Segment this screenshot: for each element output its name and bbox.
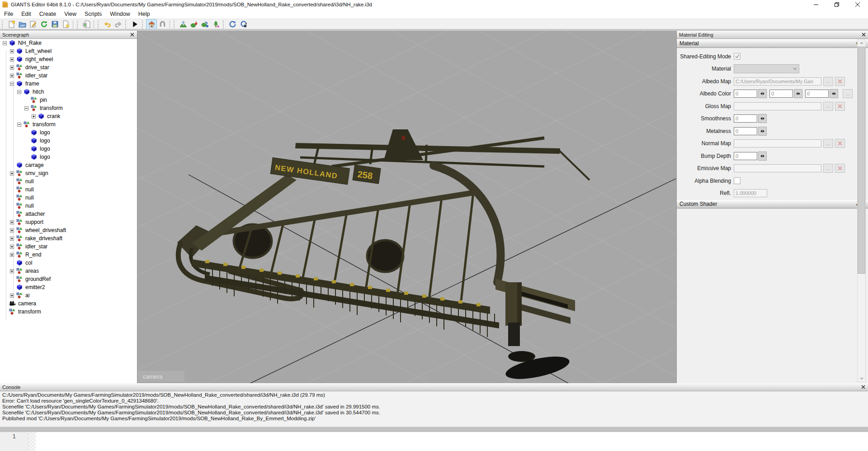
tree-node-transform[interactable]: transform [0,308,137,316]
reload-button[interactable] [39,19,49,29]
tree-node-crank[interactable]: crank [0,112,137,120]
terrain-up-button[interactable] [178,19,188,29]
tree-node-wheel_driveshaft[interactable]: wheel_driveshaft [0,226,137,234]
tree-node-R_end[interactable]: R_end [0,251,137,259]
albedo-color-0-spinner[interactable] [758,89,767,98]
viewport-canvas[interactable]: NEW HOLLAND 258 camera [137,31,676,383]
tree-node-null[interactable]: null [0,194,137,202]
play-button[interactable] [130,19,140,29]
minimize-button[interactable] [806,0,826,9]
albedo-color-browse-button[interactable]: ... [843,89,853,98]
albedo-color-value-2[interactable]: 0 [805,90,829,98]
tree-node-Left_wheel[interactable]: Left_wheel [0,47,137,55]
tree-node-ai[interactable]: ai [0,291,137,299]
foliage-pick-button[interactable] [200,19,210,29]
expander-icon[interactable] [17,123,21,127]
material-dropdown[interactable] [734,64,799,73]
expander-icon[interactable] [10,269,14,273]
open-file-button[interactable] [17,19,27,29]
tree-node-hitch[interactable]: hitch [0,88,137,96]
tree-node-null[interactable]: null [0,185,137,194]
reload-textures-button[interactable] [238,19,248,29]
close-button[interactable] [847,0,868,9]
shared-editing-mode-checkbox[interactable] [734,53,741,60]
tree-node-rake_driveshaft[interactable]: rake_driveshaft [0,234,137,242]
expander-icon[interactable] [10,49,14,53]
material-scrollbar[interactable] [857,39,866,382]
tree-node-logo[interactable]: logo [0,145,137,153]
expander-icon[interactable] [10,74,14,78]
expander-icon[interactable] [24,106,28,110]
albedo-color-1-spinner[interactable] [794,89,802,98]
reload-shaders-button[interactable] [227,19,237,29]
albedo-color-value-0[interactable]: 0 [734,90,757,98]
albedo-color-2-spinner[interactable] [830,89,838,98]
tree-node-attacher[interactable]: attacher [0,210,137,218]
scrollbar-thumb[interactable] [858,47,865,274]
script-editor-content[interactable] [36,432,868,451]
edit-file-button[interactable] [28,19,38,29]
gloss-map-browse-button[interactable]: ... [823,102,833,111]
restore-button[interactable] [826,0,847,9]
tree-node-smv_sign[interactable]: smv_sign [0,169,137,177]
expander-icon[interactable] [3,41,7,45]
menu-scripts[interactable]: Scripts [80,10,106,18]
material-section-header[interactable]: Material ▼ [677,39,868,48]
tree-node-frame[interactable]: frame [0,80,137,88]
alpha-blending-checkbox[interactable] [734,177,741,184]
gloss-map-input[interactable] [734,102,821,110]
expander-icon[interactable] [10,57,14,62]
expander-icon[interactable] [10,245,14,249]
export-button[interactable] [61,19,71,29]
tree-node-logo[interactable]: logo [0,137,137,145]
albedo-map-clear-button[interactable] [835,77,845,86]
tree-node-areas[interactable]: areas [0,267,137,275]
add-item-button[interactable] [81,19,91,29]
smoothness-input[interactable]: 0 [734,114,757,123]
albedo-map-browse-button[interactable]: ... [823,77,833,86]
tree-node-drive_star[interactable]: drive_star [0,63,137,71]
expander-icon[interactable] [10,220,14,224]
home-button[interactable] [146,19,156,29]
albedo-map-input[interactable]: C:/Users/Ryan/Documents/My Gan [734,77,821,85]
expander-icon[interactable] [10,171,14,176]
normal-map-clear-button[interactable] [835,139,845,148]
menu-edit[interactable]: Edit [17,10,35,18]
normal-map-browse-button[interactable]: ... [823,139,833,148]
expander-icon[interactable] [10,66,14,70]
tree-node-NH_Rake[interactable]: NH_Rake [0,39,137,47]
expander-icon[interactable] [10,228,14,233]
emissive-map-clear-button[interactable] [835,164,845,173]
custom-shader-section-header[interactable]: Custom Shader ▲ [677,199,868,209]
normal-map-input[interactable] [734,139,821,147]
tree-node-idler_star[interactable]: idler_star [0,71,137,80]
expander-icon[interactable] [10,237,14,241]
tree-node-transform[interactable]: transform [0,104,137,112]
emissive-map-input[interactable] [734,164,821,172]
tree-node-right_wheel[interactable]: right_wheel [0,55,137,63]
tree-node-transform[interactable]: transform [0,120,137,128]
tree-node-groundRef[interactable]: groundRef [0,275,137,283]
emissive-map-browse-button[interactable]: ... [823,164,833,173]
tree-node-emitter2[interactable]: emitter2 [0,283,137,291]
metalness-input[interactable]: 0 [734,127,757,135]
tree-node-pin[interactable]: pin [0,96,137,104]
undo-button[interactable] [102,19,112,29]
menu-window[interactable]: Window [106,10,134,18]
tree-node-null[interactable]: null [0,202,137,210]
tree-node-camera[interactable]: camera [0,299,137,308]
tree-node-col[interactable]: col [0,259,137,267]
tree-node-logo[interactable]: logo [0,128,137,137]
tree-node-logo[interactable]: logo [0,153,137,161]
magnet-button[interactable] [157,19,167,29]
expander-icon[interactable] [10,82,14,86]
scroll-down-icon[interactable] [858,375,865,382]
foliage-paint-button[interactable] [189,19,199,29]
tree-node-null[interactable]: null [0,177,137,185]
viewport-3d[interactable]: NEW HOLLAND 258 camera [137,31,676,383]
scroll-up-icon[interactable] [858,39,865,47]
menu-help[interactable]: Help [134,10,154,18]
tree-add-button[interactable] [211,19,221,29]
tree-node-idler_star[interactable]: idler_star [0,242,137,251]
smoothness-spinner[interactable] [758,114,767,123]
